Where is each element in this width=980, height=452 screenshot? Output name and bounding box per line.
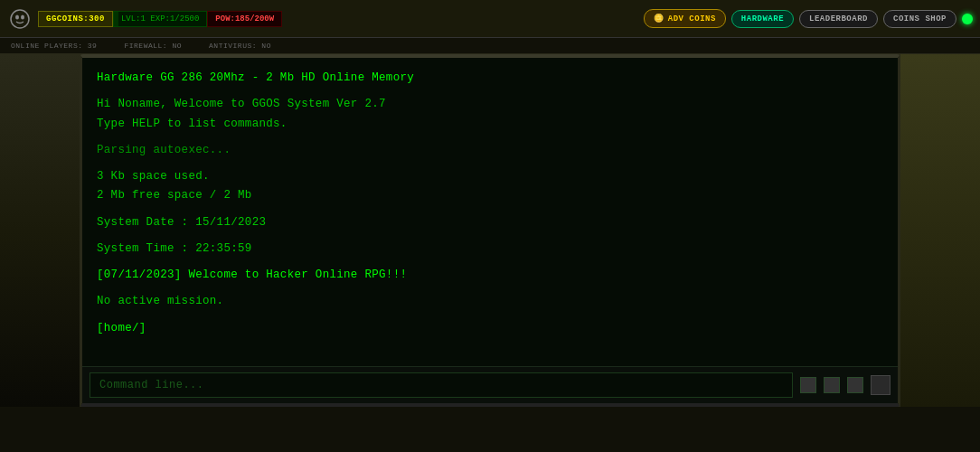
svg-point-2 — [21, 14, 24, 19]
cmd-btn-2[interactable] — [824, 377, 840, 393]
command-line-area — [82, 366, 898, 403]
terminal-blank-3 — [97, 160, 883, 167]
svg-point-0 — [11, 10, 29, 28]
terminal-blank-8 — [97, 312, 883, 319]
firewall-label: FIREWALL: NO — [124, 42, 182, 50]
terminal-blank-4 — [97, 206, 883, 213]
online-players-label: ONLINE PLAYERS: 39 — [11, 42, 97, 50]
terminal-blank-1 — [97, 88, 883, 95]
terminal-line-9: 2 Mb free space / 2 Mb — [97, 186, 883, 205]
terminal-blank-2 — [97, 134, 883, 141]
top-bar: GGCOINS:300 LVL:1 EXP:1/2500 POW:185/200… — [0, 0, 980, 38]
terminal-line-17: No active mission. — [97, 292, 883, 311]
coins-shop-button[interactable]: COINS SHOP — [883, 10, 956, 28]
bottom-bar — [0, 407, 980, 452]
terminal-line-11: System Date : 15/11/2023 — [97, 213, 883, 232]
logo-icon — [7, 6, 33, 32]
terminal-blank-5 — [97, 232, 883, 240]
terminal-line-1: Hardware GG 286 20Mhz - 2 Mb HD Online M… — [97, 69, 883, 88]
deco-right — [900, 54, 980, 407]
deco-left — [0, 54, 80, 407]
antivirus-label: ANTIVIRUS: NO — [209, 42, 271, 50]
ggcoins-display: GGCOINS:300 — [38, 11, 113, 27]
cmd-btn-1[interactable] — [800, 377, 816, 393]
adv-coins-button[interactable]: 🪙ADV COINS — [644, 9, 726, 28]
terminal-container: Hardware GG 286 20Mhz - 2 Mb HD Online M… — [80, 54, 900, 407]
terminal-line-8: 3 Kb space used. — [97, 167, 883, 186]
terminal-screen: Hardware GG 286 20Mhz - 2 Mb HD Online M… — [82, 58, 898, 366]
terminal-blank-7 — [97, 285, 883, 292]
sub-status-bar: ONLINE PLAYERS: 39 FIREWALL: NO ANTIVIRU… — [0, 38, 980, 54]
terminal-line-19: [home/] — [97, 319, 883, 338]
pow-display: POW:185/200W — [207, 11, 282, 27]
stats-bar: GGCOINS:300 LVL:1 EXP:1/2500 POW:185/200… — [38, 11, 282, 27]
command-input[interactable] — [90, 372, 793, 398]
hardware-button[interactable]: HARDWARE — [731, 10, 794, 28]
terminal-blank-6 — [97, 259, 883, 266]
cmd-btn-fullscreen[interactable] — [871, 375, 890, 395]
terminal-line-3: Hi Noname, Welcome to GGOS System Ver 2.… — [97, 95, 883, 114]
terminal-line-15: [07/11/2023] Welcome to Hacker Online RP… — [97, 266, 883, 285]
cmd-btn-3[interactable] — [847, 377, 863, 393]
terminal-line-4: Type HELP to list commands. — [97, 115, 883, 134]
svg-point-1 — [15, 14, 19, 19]
exp-display: LVL:1 EXP:1/2500 — [113, 11, 207, 27]
leaderboard-button[interactable]: LEADERBOARD — [799, 10, 878, 28]
terminal-line-6: Parsing autoexec... — [97, 141, 883, 160]
online-status-dot — [962, 14, 973, 24]
terminal-line-13: System Time : 22:35:59 — [97, 240, 883, 259]
